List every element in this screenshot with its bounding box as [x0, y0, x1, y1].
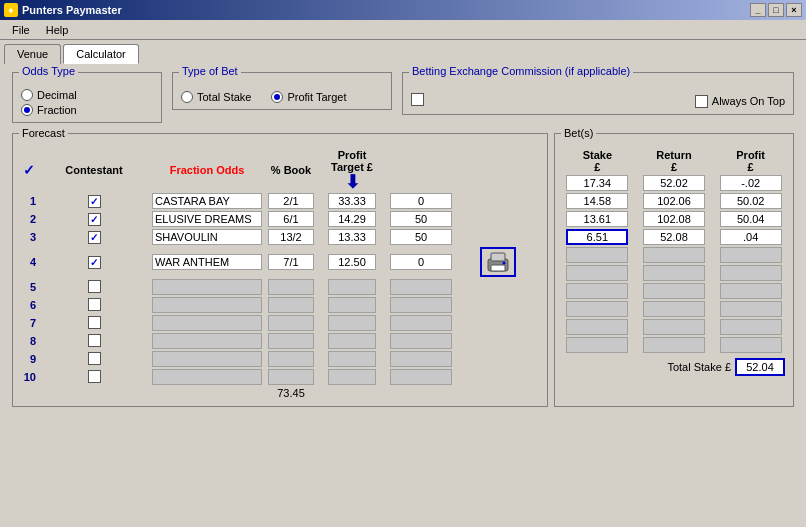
profit-cell-1[interactable] [712, 174, 789, 192]
radio-profit-target[interactable] [271, 91, 283, 103]
col-printer-header [387, 148, 455, 192]
title-bar-controls: _ □ × [750, 3, 802, 17]
contestant-10[interactable] [149, 368, 265, 386]
tab-calculator[interactable]: Calculator [63, 44, 139, 64]
bets-row-9 [559, 318, 789, 336]
bets-row-1 [559, 174, 789, 192]
always-on-top-checkbox[interactable] [695, 95, 708, 108]
profit-target-7[interactable] [387, 314, 455, 332]
minimize-button[interactable]: _ [750, 3, 766, 17]
stake-cell-9 [559, 318, 636, 336]
stake-cell-2[interactable] [559, 192, 636, 210]
profit-target-9[interactable] [387, 350, 455, 368]
menu-help[interactable]: Help [38, 22, 77, 38]
profit-target-5[interactable] [387, 278, 455, 296]
checkbox-9[interactable] [39, 350, 149, 368]
profit-target-3[interactable] [387, 228, 455, 246]
contestant-7[interactable] [149, 314, 265, 332]
tab-venue[interactable]: Venue [4, 44, 61, 64]
profit-target-2[interactable] [387, 210, 455, 228]
pct-book-9 [317, 350, 387, 368]
printer-cell-8 [455, 332, 541, 350]
checkbox-7[interactable] [39, 314, 149, 332]
stake-cell-5 [559, 246, 636, 264]
profit-target-8[interactable] [387, 332, 455, 350]
checkbox-4[interactable]: ✓ [39, 246, 149, 278]
odds-10[interactable] [265, 368, 317, 386]
odds-8[interactable] [265, 332, 317, 350]
total-stake-value: 52.04 [735, 358, 785, 376]
profit-cell-2[interactable] [712, 192, 789, 210]
odds-1[interactable] [265, 192, 317, 210]
contestant-8[interactable] [149, 332, 265, 350]
bet-type-label: Type of Bet [179, 65, 241, 77]
contestant-2[interactable] [149, 210, 265, 228]
radio-fraction[interactable] [21, 104, 33, 116]
odds-9[interactable] [265, 350, 317, 368]
printer-cell-3 [455, 228, 541, 246]
forecast-row-5: 5 [19, 278, 541, 296]
checkbox-1[interactable]: ✓ [39, 192, 149, 210]
row-num-4: 4 [19, 246, 39, 278]
pct-book-3 [317, 228, 387, 246]
forecast-table: ✓ Contestant Fraction Odds % Book [19, 148, 541, 400]
radio-decimal-label: Decimal [37, 89, 77, 101]
contestant-5[interactable] [149, 278, 265, 296]
odds-2[interactable] [265, 210, 317, 228]
odds-5[interactable] [265, 278, 317, 296]
profit-cell-3[interactable] [712, 210, 789, 228]
printer-cell-4[interactable] [455, 246, 541, 278]
return-cell-1[interactable] [636, 174, 713, 192]
forecast-row-10: 10 [19, 368, 541, 386]
checkbox-8[interactable] [39, 332, 149, 350]
checkbox-5[interactable] [39, 278, 149, 296]
bet-type-options: Total Stake Profit Target [181, 91, 383, 103]
contestant-6[interactable] [149, 296, 265, 314]
odds-6[interactable] [265, 296, 317, 314]
profit-target-10[interactable] [387, 368, 455, 386]
odds-7[interactable] [265, 314, 317, 332]
return-cell-4[interactable] [636, 228, 713, 246]
commission-label: Betting Exchange Commission (if applicab… [409, 65, 633, 77]
profit-target-1[interactable] [387, 192, 455, 210]
profit-target-6[interactable] [387, 296, 455, 314]
checkbox-3[interactable]: ✓ [39, 228, 149, 246]
printer-cell-7 [455, 314, 541, 332]
pct-book-7 [317, 314, 387, 332]
checkbox-10[interactable] [39, 368, 149, 386]
contestant-4[interactable] [149, 246, 265, 278]
maximize-button[interactable]: □ [768, 3, 784, 17]
printer-cell-10 [455, 368, 541, 386]
profit-cell-4[interactable] [712, 228, 789, 246]
profit-target-4[interactable] [387, 246, 455, 278]
odds-4[interactable] [265, 246, 317, 278]
stake-cell-1[interactable] [559, 174, 636, 192]
forecast-row-3: 3✓ [19, 228, 541, 246]
contestant-9[interactable] [149, 350, 265, 368]
menu-file[interactable]: File [4, 22, 38, 38]
printer-icon[interactable] [480, 247, 516, 277]
printer-cell-2 [455, 210, 541, 228]
contestant-3[interactable] [149, 228, 265, 246]
return-cell-10 [636, 336, 713, 354]
pct-book-4 [317, 246, 387, 278]
stake-cell-4[interactable] [559, 228, 636, 246]
stake-cell-3[interactable] [559, 210, 636, 228]
printer-cell-1 [455, 192, 541, 210]
col-stake-header: Stake £ [559, 148, 636, 174]
close-button[interactable]: × [786, 3, 802, 17]
checkbox-2[interactable]: ✓ [39, 210, 149, 228]
row-num-6: 6 [19, 296, 39, 314]
checkbox-6[interactable] [39, 296, 149, 314]
stake-cell-7 [559, 282, 636, 300]
odds-3[interactable] [265, 228, 317, 246]
return-cell-3[interactable] [636, 210, 713, 228]
radio-decimal[interactable] [21, 89, 33, 101]
row-num-8: 8 [19, 332, 39, 350]
radio-total-stake[interactable] [181, 91, 193, 103]
radio-profit-target-label: Profit Target [287, 91, 346, 103]
commission-checkbox[interactable] [411, 93, 424, 106]
row-num-3: 3 [19, 228, 39, 246]
contestant-1[interactable] [149, 192, 265, 210]
return-cell-2[interactable] [636, 192, 713, 210]
